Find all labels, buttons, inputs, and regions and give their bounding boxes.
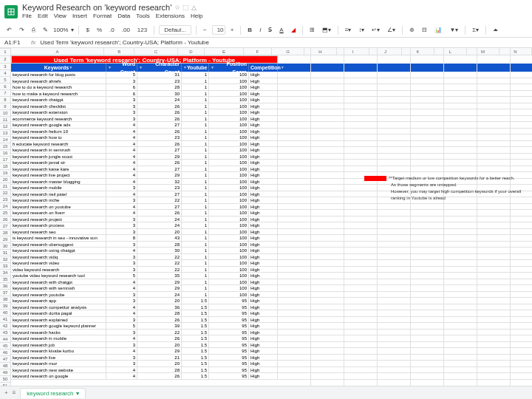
cell-cc[interactable]: 21 — [137, 355, 182, 361]
cell-ps[interactable]: 100 — [209, 116, 249, 122]
cell-keyword[interactable]: youtube video keyword research tool — [11, 273, 106, 279]
cell-keyword[interactable]: keyword research neil patel — [11, 191, 106, 197]
cell-cm[interactable]: High — [249, 172, 278, 178]
cell-yt[interactable]: 1 — [182, 210, 209, 216]
cell-wc[interactable]: 5 — [106, 273, 137, 279]
cell-ps[interactable]: 95 — [209, 361, 249, 366]
cell-wc[interactable]: 3 — [106, 216, 137, 222]
cell-ps[interactable]: 100 — [209, 160, 249, 166]
cell-cc[interactable]: 22 — [137, 197, 182, 203]
cell-ps[interactable]: 100 — [209, 172, 249, 178]
header-youtube[interactable]: ▼Youtube — [182, 64, 209, 72]
row-header[interactable]: 8 — [0, 97, 10, 103]
cell-cm[interactable]: High — [249, 298, 278, 304]
cell-keyword[interactable]: keyword research dorita pagal — [11, 310, 106, 316]
cell-keyword[interactable]: keyword research app — [11, 298, 106, 304]
row-header[interactable]: 5 — [0, 77, 10, 83]
cell-yt[interactable]: 1 — [182, 78, 209, 84]
cell-keyword[interactable]: keyword research hacks — [11, 330, 106, 335]
cell-cc[interactable]: 24 — [137, 97, 182, 103]
cell-cc[interactable]: 28 — [137, 84, 182, 90]
cell-cm[interactable]: High — [249, 248, 278, 253]
cell-cm[interactable]: High — [249, 84, 278, 90]
cell-cc[interactable]: 20 — [137, 229, 182, 235]
cell-wc[interactable]: 4 — [106, 172, 137, 178]
cell-ps[interactable]: 100 — [209, 222, 249, 228]
sheets-logo-icon[interactable] — [4, 5, 18, 18]
cell-ps[interactable]: 100 — [209, 185, 249, 191]
cell-wc[interactable]: 4 — [106, 373, 137, 379]
cell-cc[interactable]: 28 — [137, 310, 182, 316]
row-header[interactable]: 44 — [0, 336, 10, 343]
zoom-select[interactable]: 100% — [53, 27, 68, 33]
cell-ps[interactable]: 95 — [209, 310, 249, 316]
document-title[interactable]: Keyword Research on 'keyword research' — [22, 3, 171, 12]
font-dec-icon[interactable]: − — [201, 25, 209, 35]
cell-ps[interactable]: 95 — [209, 367, 249, 373]
cell-cc[interactable]: 26 — [137, 335, 182, 341]
text-color-icon[interactable]: A — [277, 25, 285, 35]
cell-keyword[interactable]: keyword research on fiverr — [11, 210, 106, 216]
cell-ps[interactable]: 100 — [209, 122, 249, 128]
cell-cm[interactable]: High — [249, 260, 278, 266]
name-box[interactable]: A1:F1 — [4, 39, 27, 46]
cell-cm[interactable]: High — [249, 242, 278, 248]
cell-keyword[interactable]: keyword research in semrush — [11, 147, 106, 153]
row-header[interactable]: 11 — [0, 117, 10, 123]
halign-icon[interactable]: ≡▾ — [343, 25, 354, 35]
cell-cc[interactable]: 43 — [137, 235, 182, 241]
cell-cm[interactable]: High — [249, 166, 278, 172]
cell-keyword[interactable]: keyword research job — [11, 342, 106, 348]
font-size-input[interactable]: 10 — [212, 25, 225, 35]
cell-cc[interactable]: 22 — [137, 267, 182, 273]
cell-keyword[interactable]: keyword research competitor analysis — [11, 304, 106, 310]
cell-ps[interactable]: 100 — [209, 273, 249, 279]
cell-yt[interactable]: 1.5 — [182, 355, 209, 361]
cell-cc[interactable]: 26 — [137, 141, 182, 147]
chevron-down-icon[interactable]: ▾ — [71, 27, 74, 33]
cell-ps[interactable]: 100 — [209, 129, 249, 134]
cell-cc[interactable]: 30 — [137, 91, 182, 97]
more-formats-icon[interactable]: 123 — [135, 25, 149, 35]
cell-yt[interactable]: 1 — [182, 172, 209, 178]
cell-ps[interactable]: 100 — [209, 235, 249, 241]
row-header[interactable]: 35 — [0, 276, 10, 283]
cell-wc[interactable]: 3 — [106, 267, 137, 273]
cell-keyword[interactable]: keyword research moz — [11, 361, 106, 366]
cell-yt[interactable]: 1 — [182, 185, 209, 191]
menu-format[interactable]: Format — [93, 13, 112, 19]
cell-ps[interactable]: 95 — [209, 317, 249, 323]
cell-cm[interactable]: High — [249, 154, 278, 160]
cell-ps[interactable]: 95 — [209, 373, 249, 379]
cell-wc[interactable]: 4 — [106, 141, 137, 147]
cell-ps[interactable]: 95 — [209, 342, 249, 348]
star-icon[interactable]: ☆ — [174, 4, 180, 11]
cell-yt[interactable]: 1 — [182, 84, 209, 90]
cell-keyword[interactable]: keyword research with semrush — [11, 285, 106, 291]
cell-wc[interactable]: 3 — [106, 292, 137, 298]
cell-cm[interactable]: High — [249, 129, 278, 134]
cell-keyword[interactable]: keyword research video — [11, 260, 106, 266]
cell-ps[interactable]: 100 — [209, 285, 249, 291]
cell-yt[interactable]: 1 — [182, 285, 209, 291]
cell-wc[interactable]: 3 — [106, 317, 137, 323]
row-header[interactable]: 30 — [0, 243, 10, 250]
cell-cm[interactable]: High — [249, 235, 278, 241]
cell-cm[interactable]: High — [249, 254, 278, 260]
cell-keyword[interactable]: keyword research on google — [11, 373, 106, 379]
row-header[interactable]: 16 — [0, 150, 10, 157]
undo-icon[interactable]: ↶ — [4, 25, 14, 35]
row-header[interactable]: 17 — [0, 157, 10, 163]
cell-wc[interactable]: 3 — [106, 97, 137, 103]
cell-ps[interactable]: 100 — [209, 91, 249, 97]
cell-wc[interactable]: 3 — [106, 361, 137, 366]
cell-wc[interactable]: 6 — [106, 91, 137, 97]
row-header[interactable]: 50 — [0, 376, 10, 383]
cell-keyword[interactable]: keyword research explained — [11, 317, 106, 323]
cell-yt[interactable]: 1.5 — [182, 348, 209, 354]
cell-cm[interactable]: High — [249, 160, 278, 166]
row-header[interactable]: 41 — [0, 316, 10, 323]
cell-ps[interactable]: 100 — [209, 141, 249, 147]
all-sheets-icon[interactable]: ≡ — [13, 389, 16, 396]
header-keywords[interactable]: Keywords▼ — [11, 64, 106, 72]
